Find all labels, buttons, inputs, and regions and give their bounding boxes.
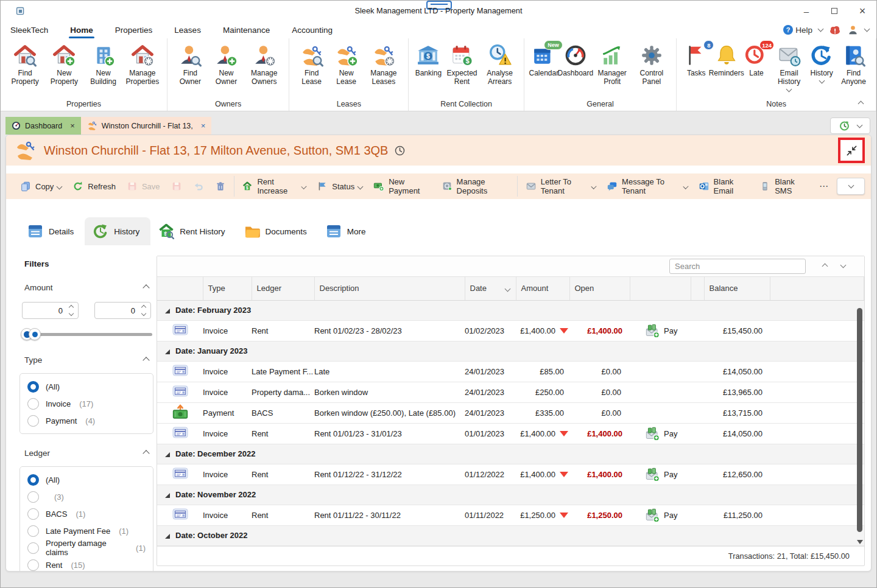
- toolbar-button-blank-sms[interactable]: Blank SMS: [754, 177, 813, 195]
- ribbon-button-analyse-arrears[interactable]: Analyse Arrears: [481, 43, 519, 87]
- sync-error-cloud-icon[interactable]: [829, 24, 841, 36]
- menu-item-maintenance[interactable]: Maintenance: [222, 24, 271, 37]
- view-tab-more[interactable]: More: [318, 217, 377, 245]
- group-expand-icon[interactable]: [165, 493, 170, 498]
- column-header-amount[interactable]: Amount: [516, 277, 569, 300]
- ribbon-button-manage-owners[interactable]: Manage Owners: [244, 43, 284, 87]
- type-option-invoice[interactable]: Invoice(17): [20, 395, 153, 412]
- ledger-section-header[interactable]: Ledger: [24, 449, 149, 458]
- toolbar-button-refresh[interactable]: Refresh: [67, 177, 121, 195]
- transaction-row[interactable]: InvoiceProperty dama...Borken window24/0…: [157, 382, 864, 402]
- column-header-balance[interactable]: Balance: [704, 277, 770, 300]
- column-header-tail[interactable]: [770, 277, 864, 300]
- menu-item-leases[interactable]: Leases: [173, 24, 202, 37]
- toolbar-button-manage-deposits[interactable]: Manage Deposits: [436, 177, 515, 195]
- amount-max-spinner[interactable]: 0: [94, 302, 151, 319]
- document-tab-winston-churchill-flat-13[interactable]: Winston Churchill - Flat 13,×: [81, 117, 212, 135]
- ribbon-button-email-history[interactable]: Email History: [771, 43, 807, 93]
- user-avatar-icon[interactable]: [847, 24, 859, 36]
- view-tab-history[interactable]: History: [85, 217, 150, 245]
- ledger-option-late-payment-fee[interactable]: Late Payment Fee(1): [20, 522, 153, 539]
- amount-section-header[interactable]: Amount: [24, 283, 149, 292]
- ribbon-button-find-lease[interactable]: Find Lease: [294, 43, 329, 87]
- close-button[interactable]: ×: [848, 1, 876, 21]
- menu-item-properties[interactable]: Properties: [114, 24, 154, 37]
- column-header-description[interactable]: Description: [314, 277, 465, 300]
- group-expand-icon[interactable]: [165, 349, 170, 354]
- toolbar-button-blank-email[interactable]: Blank Email: [693, 177, 755, 195]
- view-tab-details[interactable]: Details: [19, 217, 85, 245]
- ledger-option-bacs[interactable]: BACS(1): [20, 505, 153, 522]
- transaction-row[interactable]: InvoiceRentRent 01/01/23 - 31/01/2301/01…: [157, 423, 864, 444]
- toolbar-button-status[interactable]: Status: [311, 177, 368, 195]
- help-chevron-icon[interactable]: [818, 26, 824, 32]
- ribbon-button-tasks[interactable]: 8Tasks: [682, 43, 711, 79]
- user-chevron-icon[interactable]: [864, 26, 870, 32]
- transaction-row[interactable]: InvoiceRentRent 01/11/22 - 30/11/2201/11…: [157, 505, 864, 525]
- ledger-option-all[interactable]: (All): [20, 471, 153, 488]
- view-tab-documents[interactable]: Documents: [236, 217, 318, 245]
- toolbar-overflow-button[interactable]: ⋯: [813, 181, 836, 192]
- group-row-date-october-2022[interactable]: Date: October 2022: [157, 525, 864, 545]
- column-header-ledger[interactable]: Ledger: [252, 277, 314, 300]
- scrollbar-down-arrow-icon[interactable]: [857, 540, 863, 544]
- type-section-header[interactable]: Type: [24, 355, 149, 365]
- pay-button[interactable]: Pay: [630, 508, 691, 522]
- tab-bar-refresh-button[interactable]: [830, 117, 870, 134]
- ribbon-button-reminders[interactable]: Reminders: [711, 43, 742, 79]
- group-expand-icon[interactable]: [165, 452, 170, 457]
- ribbon-button-find-property[interactable]: Find Property: [5, 43, 44, 87]
- ribbon-button-calendar[interactable]: NewCalendar: [529, 43, 558, 79]
- ribbon-button-banking[interactable]: $Banking: [414, 43, 443, 79]
- column-header-open[interactable]: Open: [569, 277, 630, 300]
- group-expand-icon[interactable]: [165, 309, 170, 313]
- ribbon-button-new-lease[interactable]: New Lease: [329, 43, 364, 87]
- menu-item-sleektech[interactable]: SleekTech: [9, 24, 49, 37]
- ribbon-button-expected-rent[interactable]: $Expected Rent: [443, 43, 481, 87]
- toolbar-button-letter-to-tenant[interactable]: Letter To Tenant: [520, 177, 601, 195]
- slider-thumb-max[interactable]: [29, 328, 41, 340]
- toolbar-expand-button[interactable]: [837, 178, 865, 195]
- search-next-button[interactable]: [835, 259, 851, 275]
- ledger-option-property-damage-claims[interactable]: Property damage claims(1): [20, 539, 153, 556]
- column-header-pay[interactable]: [630, 277, 691, 300]
- ribbon-button-new-property[interactable]: New Property: [44, 43, 83, 87]
- tab-close-icon[interactable]: ×: [201, 121, 206, 130]
- group-row-date-november-2022[interactable]: Date: November 2022: [157, 485, 864, 505]
- pay-button[interactable]: Pay: [630, 324, 691, 338]
- maximize-button[interactable]: [820, 1, 848, 21]
- ribbon-button-find-owner[interactable]: Find Owner: [172, 43, 208, 87]
- transaction-row[interactable]: InvoiceRentRent 01/02/23 - 28/02/2301/02…: [157, 320, 864, 341]
- header-history-clock-icon[interactable]: [394, 145, 406, 156]
- column-header-spacer[interactable]: [691, 277, 704, 300]
- ribbon-button-late[interactable]: 124Late: [742, 43, 771, 79]
- toolbar-button-message-to-tenant[interactable]: Message To Tenant: [601, 177, 693, 195]
- grid-vertical-scrollbar[interactable]: [856, 278, 864, 545]
- view-tab-rent-history[interactable]: $Rent History: [150, 217, 236, 245]
- column-header-icon[interactable]: [157, 277, 203, 300]
- tab-close-icon[interactable]: ×: [70, 121, 75, 130]
- column-header-type[interactable]: Type: [203, 277, 252, 300]
- group-row-date-december-2022[interactable]: Date: December 2022: [157, 444, 864, 464]
- ledger-option-3[interactable]: (3): [20, 488, 153, 505]
- title-bar[interactable]: Sleek Management LTD - Property Manageme…: [1, 1, 876, 21]
- group-row-date-february-2023[interactable]: Date: February 2023: [157, 300, 864, 320]
- ribbon-button-manager-profit[interactable]: Manager Profit: [593, 43, 632, 87]
- toolbar-button-new-payment[interactable]: New Payment: [368, 177, 435, 195]
- ledger-option-rent[interactable]: Rent(15): [20, 556, 153, 572]
- document-tab-dashboard[interactable]: Dashboard×: [5, 117, 81, 135]
- type-option-all[interactable]: (All): [20, 378, 153, 395]
- column-header-date[interactable]: Date: [465, 277, 516, 300]
- group-row-date-january-2023[interactable]: Date: January 2023: [157, 341, 864, 361]
- pay-button[interactable]: Pay: [630, 467, 691, 481]
- search-input[interactable]: [669, 259, 806, 274]
- ribbon-button-dashboard[interactable]: Dashboard: [558, 43, 593, 79]
- toolbar-button-copy[interactable]: Copy: [15, 177, 67, 195]
- ribbon-button-manage-properties[interactable]: Manage Properties: [123, 43, 162, 87]
- collapse-panel-button-highlighted[interactable]: [838, 138, 865, 163]
- ribbon-button-find-anyone[interactable]: Find Anyone: [836, 43, 871, 87]
- menu-item-accounting[interactable]: Accounting: [291, 24, 334, 37]
- type-option-payment[interactable]: Payment(4): [20, 412, 153, 429]
- ribbon-button-new-building[interactable]: New Building: [83, 43, 122, 87]
- menu-item-home[interactable]: Home: [69, 24, 94, 37]
